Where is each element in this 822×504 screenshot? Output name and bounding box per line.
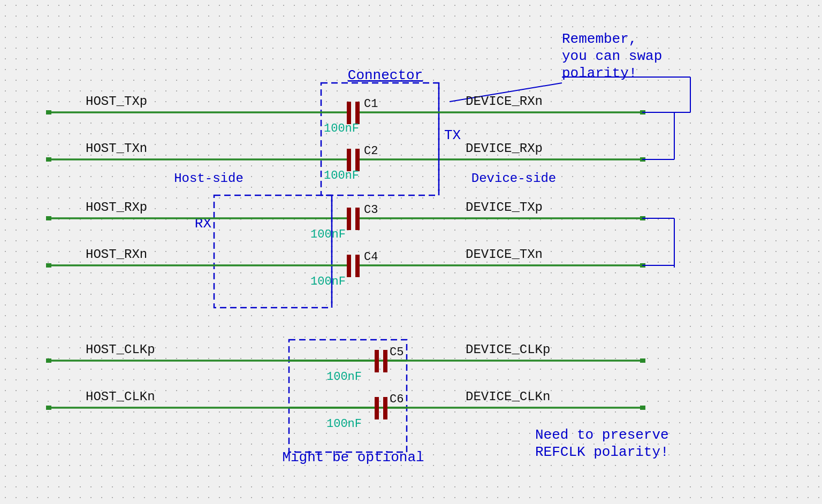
svg-rect-37 bbox=[347, 255, 351, 277]
svg-rect-5 bbox=[46, 110, 51, 114]
c4-value: 100nF bbox=[310, 275, 346, 288]
svg-rect-1 bbox=[214, 195, 332, 308]
swap-note-line2: you can swap bbox=[562, 48, 662, 64]
device-txp-label: DEVICE_TXp bbox=[466, 200, 543, 215]
device-side-label: Device-side bbox=[471, 171, 556, 186]
c1-label: C1 bbox=[364, 97, 378, 111]
device-clkn-label: DEVICE_CLKn bbox=[466, 390, 550, 404]
host-side-label: Host-side bbox=[174, 171, 243, 186]
c2-label: C2 bbox=[364, 144, 378, 158]
svg-rect-6 bbox=[347, 102, 351, 124]
host-rxn-label: HOST_RXn bbox=[86, 247, 147, 262]
svg-rect-55 bbox=[383, 397, 387, 419]
svg-rect-47 bbox=[375, 350, 379, 372]
device-clkp-label: DEVICE_CLKp bbox=[466, 342, 550, 357]
svg-rect-46 bbox=[46, 358, 51, 363]
c5-label: C5 bbox=[390, 346, 404, 359]
host-txp-label: HOST_TXp bbox=[86, 94, 147, 109]
svg-rect-17 bbox=[347, 149, 351, 171]
c3-label: C3 bbox=[364, 203, 378, 217]
c3-value: 100nF bbox=[310, 228, 346, 241]
svg-rect-48 bbox=[383, 350, 387, 372]
svg-rect-58 bbox=[640, 406, 645, 410]
svg-rect-36 bbox=[46, 263, 51, 268]
svg-rect-16 bbox=[46, 157, 51, 162]
c4-label: C4 bbox=[364, 250, 378, 264]
c6-label: C6 bbox=[390, 393, 404, 406]
host-clkn-label: HOST_CLKn bbox=[86, 390, 155, 404]
swap-note-line1: Remember, bbox=[562, 31, 637, 47]
c1-value: 100nF bbox=[324, 122, 359, 135]
c2-value: 100nF bbox=[324, 169, 359, 182]
svg-rect-26 bbox=[46, 216, 51, 220]
connector-label: Connector bbox=[348, 67, 423, 83]
host-txn-label: HOST_TXn bbox=[86, 141, 147, 156]
device-txn-label: DEVICE_TXn bbox=[466, 247, 543, 262]
refclk-note-line1: Need to preserve bbox=[535, 427, 669, 443]
svg-rect-27 bbox=[347, 208, 351, 230]
svg-rect-7 bbox=[355, 102, 360, 124]
svg-rect-38 bbox=[355, 255, 360, 277]
svg-rect-28 bbox=[355, 208, 360, 230]
svg-rect-53 bbox=[46, 406, 51, 410]
optional-note: Might be optional bbox=[282, 449, 424, 465]
svg-rect-51 bbox=[640, 358, 645, 363]
device-rxn-label: DEVICE_RXn bbox=[466, 94, 543, 109]
svg-rect-54 bbox=[375, 397, 379, 419]
c5-value: 100nF bbox=[326, 370, 362, 384]
refclk-note-line2: REFCLK polarity! bbox=[535, 444, 669, 460]
host-clkp-label: HOST_CLKp bbox=[86, 342, 155, 357]
c6-value: 100nF bbox=[326, 417, 362, 431]
svg-rect-2 bbox=[289, 340, 407, 452]
device-rxp-label: DEVICE_RXp bbox=[466, 141, 543, 156]
host-rxp-label: HOST_RXp bbox=[86, 200, 147, 215]
svg-rect-18 bbox=[355, 149, 360, 171]
tx-label: TX bbox=[444, 127, 461, 143]
swap-note-line3: polarity! bbox=[562, 65, 637, 81]
